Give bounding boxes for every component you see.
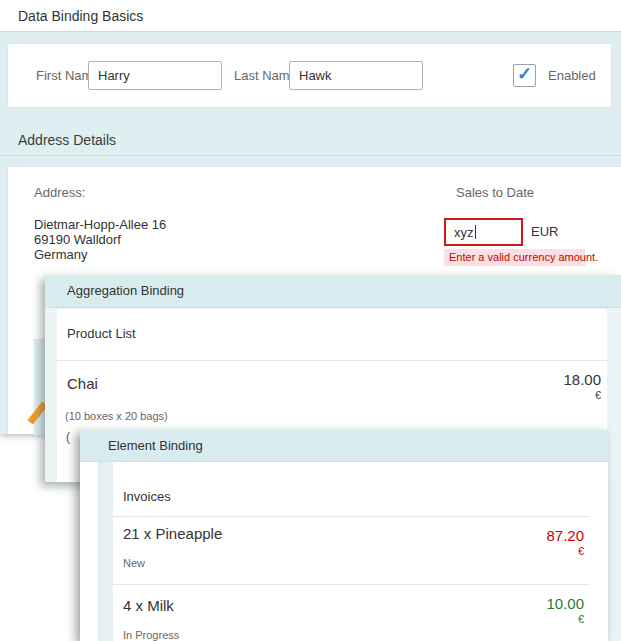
name-form-panel: First Name Last Name ✓ Enabled [7, 43, 612, 108]
enabled-checkbox[interactable]: ✓ [513, 64, 536, 87]
app-title-bar: Data Binding Basics [0, 0, 621, 32]
checkmark-icon: ✓ [517, 65, 532, 83]
enabled-label: Enabled [548, 44, 596, 107]
text-cursor [475, 225, 476, 239]
invoice-status: New [123, 557, 145, 569]
element-binding-header: Element Binding [80, 430, 608, 462]
validation-error-message: Enter a valid currency amount. [444, 249, 585, 266]
invoice-name: 4 x Milk [123, 597, 174, 614]
last-name-input[interactable] [289, 61, 423, 90]
page-title: Data Binding Basics [18, 0, 143, 32]
price-currency: € [546, 545, 584, 557]
heading-underline [0, 155, 621, 156]
sales-to-date-label: Sales to Date [456, 185, 534, 200]
invoice-item-pineapple[interactable]: 21 x Pineapple 87.20 € New [113, 517, 590, 585]
screenshot-stage: Data Binding Basics First Name Last Name… [0, 0, 621, 641]
address-label: Address: [34, 185, 85, 200]
product-quantity: (10 boxes x 20 bags) [65, 410, 168, 422]
product-name: Chai [67, 375, 98, 392]
element-binding-screen: Element Binding Invoices 21 x Pineapple … [80, 430, 608, 641]
invoices-list: Invoices 21 x Pineapple 87.20 € New 4 x … [113, 477, 590, 641]
panel-left-margin [98, 462, 113, 641]
price-currency: € [563, 389, 601, 401]
invoices-list-title: Invoices [123, 477, 171, 517]
invoice-price: 10.00 € [546, 595, 584, 625]
product-list-header: Product List [57, 309, 607, 361]
address-line-3: Germany [34, 247, 166, 262]
invoice-item-milk[interactable]: 4 x Milk 10.00 € In Progress [113, 585, 590, 641]
element-binding-title: Element Binding [108, 430, 203, 462]
aggregation-binding-header: Aggregation Binding [45, 275, 621, 308]
price-amount: 87.20 [546, 527, 584, 544]
first-name-input[interactable] [88, 61, 222, 90]
address-text: Dietmar-Hopp-Allee 16 69190 Walldorf Ger… [34, 217, 166, 262]
address-details-heading: Address Details [18, 128, 116, 152]
background-panel-sliver [608, 478, 621, 641]
aggregation-binding-title: Aggregation Binding [67, 275, 184, 307]
next-row-fragment: ( [66, 430, 70, 444]
sales-input-value: xyz [454, 225, 474, 240]
address-line-2: 69190 Walldorf [34, 232, 166, 247]
sales-amount-input[interactable]: xyz [444, 218, 523, 246]
invoice-price: 87.20 € [546, 527, 584, 557]
currency-code-label: EUR [531, 224, 558, 239]
product-price: 18.00 € [563, 371, 601, 401]
price-currency: € [546, 613, 584, 625]
price-amount: 10.00 [546, 595, 584, 612]
product-list-title: Product List [67, 309, 136, 359]
last-name-label: Last Name [234, 44, 297, 107]
address-line-1: Dietmar-Hopp-Allee 16 [34, 217, 166, 232]
invoice-status: In Progress [123, 629, 179, 641]
price-amount: 18.00 [563, 371, 601, 388]
invoice-name: 21 x Pineapple [123, 525, 222, 542]
invoices-list-header: Invoices [113, 477, 590, 517]
